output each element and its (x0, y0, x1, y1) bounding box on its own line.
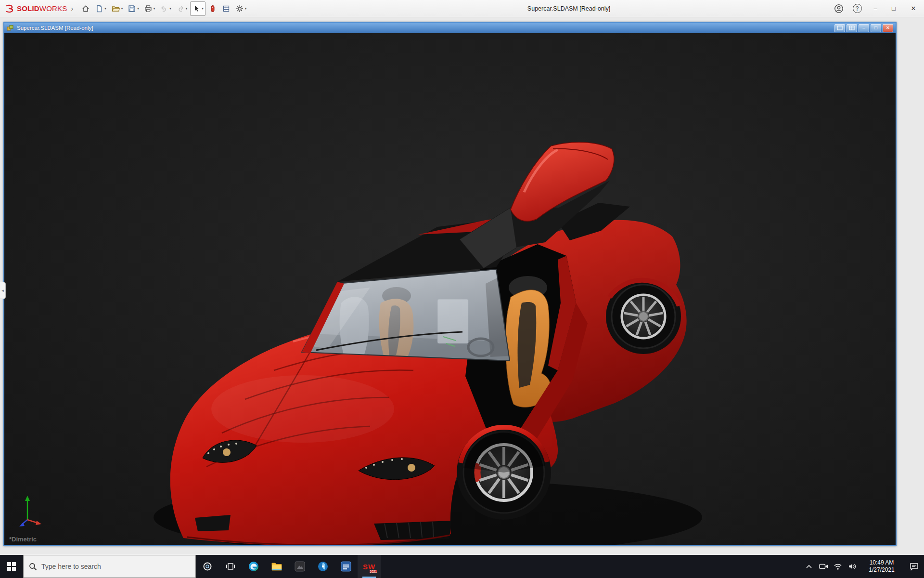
file-explorer-button[interactable] (265, 555, 288, 578)
chevron-up-icon (806, 564, 812, 569)
save-icon (128, 4, 136, 13)
cortana-icon (203, 562, 212, 571)
dropdown-caret-icon: ▾ (202, 7, 204, 11)
options-gear-icon (235, 4, 244, 13)
dropdown-caret-icon: ▾ (169, 7, 171, 11)
account-button[interactable] (830, 0, 848, 17)
3dexperience-compass-icon (317, 561, 329, 572)
design-report-button[interactable] (220, 1, 232, 16)
taskbar: SW 2021 (0, 555, 924, 578)
dropdown-caret-icon: ▾ (121, 7, 123, 11)
doc-minimize-button[interactable]: – (859, 24, 869, 32)
flyout-arrow-icon: ◂ (1, 288, 4, 293)
clock-time: 10:49 AM (860, 559, 904, 566)
viewport-quad-pane-button[interactable] (847, 24, 857, 32)
hood-reflection (211, 375, 394, 443)
app-title: Supercar.SLDASM [Read-only] (527, 0, 610, 17)
document-title: Supercar.SLDASM [Read-only] (17, 25, 93, 31)
3d-mouse-button[interactable] (206, 1, 219, 16)
system-tray: 10:49 AM 1/27/2021 (802, 555, 924, 578)
select-tool-button[interactable]: ▾ (190, 1, 205, 16)
solidworks-2021-button[interactable]: SW 2021 (358, 555, 381, 578)
windows-logo-icon (7, 562, 16, 571)
new-document-icon (95, 4, 103, 13)
meet-now-button[interactable] (816, 555, 831, 578)
undo-button[interactable]: ▾ (158, 1, 173, 16)
home-icon (81, 4, 90, 13)
wifi-icon (834, 563, 842, 570)
start-button[interactable] (0, 555, 23, 578)
file-explorer-icon (271, 561, 282, 572)
solidworks-2021-icon: SW 2021 (362, 559, 376, 574)
document-window-buttons: – □ ✕ (834, 24, 893, 32)
task-view-icon (226, 562, 235, 571)
blue-tile-app-icon (340, 561, 352, 572)
account-icon (834, 4, 844, 13)
app-maximize-button[interactable]: □ (885, 0, 903, 17)
dropdown-caret-icon: ▾ (154, 7, 155, 11)
graphics-area[interactable]: *Dimetric (4, 33, 896, 545)
brand-text: SOLIDWORKS (17, 4, 67, 13)
edge-icon (248, 561, 259, 572)
dropdown-caret-icon: ▾ (137, 7, 139, 11)
print-icon (144, 4, 153, 13)
print-button[interactable]: ▾ (142, 1, 157, 16)
single-pane-icon (837, 26, 843, 30)
redo-icon (176, 4, 185, 13)
video-camera-icon (819, 563, 828, 570)
quad-pane-icon (849, 26, 855, 30)
home-button[interactable] (79, 1, 92, 16)
front-wheel (457, 425, 551, 520)
network-button[interactable] (831, 555, 845, 578)
edge-browser-button[interactable] (242, 555, 265, 578)
app-caption-buttons: ? – □ ✕ (830, 0, 924, 17)
notification-icon (910, 563, 919, 571)
options-button[interactable]: ▾ (233, 1, 249, 16)
solidworks-logo: SOLIDWORKS (5, 4, 67, 13)
redo-button[interactable]: ▾ (174, 1, 190, 16)
doc-close-button[interactable]: ✕ (883, 24, 893, 32)
search-input[interactable] (41, 563, 190, 570)
3dexperience-button[interactable] (311, 555, 334, 578)
blue-app-button[interactable] (334, 555, 358, 578)
3d-viewport-canvas[interactable] (4, 33, 896, 545)
volume-button[interactable] (845, 555, 860, 578)
taskbar-search[interactable] (23, 555, 196, 578)
report-table-icon (222, 4, 231, 13)
action-center-button[interactable] (904, 555, 924, 578)
search-icon (29, 563, 37, 571)
document-window: Supercar.SLDASM [Read-only] – □ ✕ (3, 22, 897, 546)
document-titlebar[interactable]: Supercar.SLDASM [Read-only] – □ ✕ (4, 23, 896, 33)
select-cursor-icon (192, 4, 201, 13)
assembly-document-icon (7, 25, 14, 31)
screen: SOLIDWORKS › ▾ ▾ ▾ (0, 0, 924, 578)
toolbar-expand-arrow[interactable]: › (71, 5, 74, 13)
feature-manager-flyout-tab[interactable]: ◂ (0, 282, 6, 299)
clock-date: 1/27/2021 (860, 566, 904, 574)
viewport-single-pane-button[interactable] (834, 24, 845, 32)
dropdown-caret-icon: ▾ (245, 7, 247, 11)
open-folder-icon (111, 4, 120, 13)
new-document-button[interactable]: ▾ (93, 1, 108, 16)
doc-restore-button[interactable]: □ (871, 24, 881, 32)
app-minimize-button[interactable]: – (866, 0, 885, 17)
task-view-button[interactable] (219, 555, 242, 578)
cortana-button[interactable] (196, 555, 219, 578)
app-close-button[interactable]: ✕ (903, 0, 924, 17)
3d-mouse-icon (209, 4, 217, 13)
speaker-icon (848, 563, 857, 570)
dropdown-caret-icon: ▾ (186, 7, 188, 11)
tray-overflow-button[interactable] (802, 555, 816, 578)
view-orientation-label: *Dimetric (9, 536, 37, 543)
help-button[interactable]: ? (848, 0, 866, 17)
undo-icon (160, 4, 168, 13)
rear-wheel (606, 279, 681, 354)
dark-app-button[interactable] (288, 555, 311, 578)
taskbar-clock[interactable]: 10:49 AM 1/27/2021 (860, 555, 904, 578)
save-button[interactable]: ▾ (126, 1, 141, 16)
open-button[interactable]: ▾ (109, 1, 125, 16)
dark-tile-app-icon (294, 561, 306, 572)
orientation-triad-icon (16, 493, 45, 527)
dropdown-caret-icon: ▾ (104, 7, 106, 11)
help-icon: ? (853, 4, 862, 13)
